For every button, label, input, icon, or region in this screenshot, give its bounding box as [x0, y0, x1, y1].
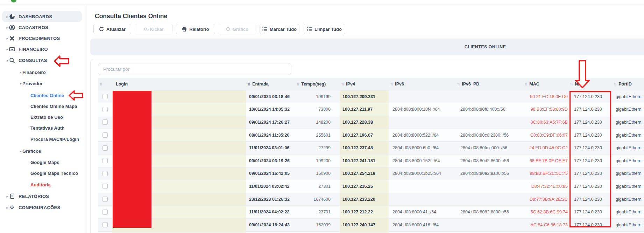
list-icon — [307, 27, 312, 32]
cell-portid: gigabitEthern — [612, 103, 644, 116]
column-header-entrada[interactable]: ⇅Entrada — [246, 82, 295, 87]
sidebar-item-configuracoes[interactable]: ▸⚙CONFIGURAÇÕES — [0, 202, 92, 213]
sidebar-item-cadastros[interactable]: ▸CADASTROS — [0, 22, 92, 33]
sidebar-item-label: DASHBOARDS — [19, 14, 52, 19]
row-checkbox[interactable] — [102, 222, 108, 227]
sidebar-item-label: Provedor — [22, 81, 43, 86]
row-checkbox[interactable] — [102, 107, 108, 112]
limpar-tudo-button[interactable]: Limpar Tudo — [304, 24, 345, 34]
marcar-tudo-button[interactable]: Marcar Tudo — [260, 24, 299, 34]
cell-tempo: 148200 — [295, 116, 340, 129]
sidebar-item-consultas[interactable]: ▾CONSULTAS — [0, 55, 92, 66]
cell-ipv6_pd — [455, 180, 523, 193]
cell-mac: AC:84:C6:86:18:73 — [523, 219, 568, 231]
cell-ipv4: 100.127.241.181 — [340, 155, 389, 167]
row-checkbox[interactable] — [102, 94, 108, 99]
column-header-mac[interactable]: ⇅MAC — [523, 82, 568, 87]
cell-entrada: 09/01/2024 03:18:46 — [246, 90, 295, 103]
row-select-cell — [98, 116, 112, 129]
row-checkbox[interactable] — [102, 145, 108, 151]
arrow-nas-column-icon — [574, 60, 591, 89]
sidebar-item-consultas-financeiro[interactable]: ▸Financeiro — [0, 67, 105, 78]
row-select-cell — [98, 167, 112, 180]
grafico-button: Gráfico — [218, 24, 256, 34]
button-label: Atualizar — [106, 27, 126, 32]
cell-mac: 24:FD:0D:45:9C:C2 — [523, 142, 568, 154]
table-row: 09/01/2024 03:19:26199200100.127.241.181… — [98, 155, 644, 167]
cell-ipv4: 100.127.233.220 — [340, 193, 389, 206]
sidebar-item-relatorios[interactable]: ▸RELATÓRIOS — [0, 191, 92, 202]
sort-icon[interactable]: ⇅ — [457, 82, 460, 87]
sidebar-item-financeiro[interactable]: ▸FINANCEIRO — [0, 43, 92, 55]
cell-ipv6 — [389, 90, 455, 103]
row-checkbox[interactable] — [102, 158, 108, 163]
caret-down-icon: ▾ — [6, 59, 9, 62]
arrow-consultas-icon — [54, 55, 70, 68]
cell-tempo: 199199 — [295, 90, 340, 103]
app-window: ▸DASHBOARDS▸CADASTROS▸PROCEDIMENTOS▸FINA… — [0, 0, 644, 233]
table-row: 10/01/2024 14:05:3273800100.127.211.9728… — [98, 103, 644, 116]
sidebar-item-dashboards[interactable]: ▸DASHBOARDS — [0, 11, 92, 22]
relatorio-button[interactable]: Relatório — [176, 24, 215, 34]
cell-entrada: 11/01/2024 04:02:22 — [246, 206, 295, 218]
section-header-label: CLIENTES ONLINE — [465, 44, 506, 49]
sidebar-item-provedor[interactable]: ▾Provedor — [0, 78, 105, 89]
sort-icon[interactable]: ⇅ — [341, 82, 344, 87]
sort-icon[interactable]: ⇅ — [570, 82, 573, 87]
cell-mac: D8:47:32:4E:00:85 — [523, 180, 568, 193]
cell-mac — [523, 232, 568, 233]
gear-icon: ⚙ — [10, 205, 14, 210]
table-row: 11/01/2024 04:02:2223701100.127.212.2228… — [98, 206, 644, 219]
row-select-cell — [98, 155, 112, 167]
row-select-cell — [98, 103, 112, 116]
cell-ipv4: 100.127.240.147 — [340, 219, 389, 231]
cell-ipv4: 100.127.254.219 — [340, 167, 389, 180]
column-header-label: IPv6 — [395, 82, 404, 87]
cell-ipv6: 2804:d08:8000:416::/64 — [389, 219, 455, 231]
column-header-label: Entrada — [252, 82, 269, 87]
atualizar-button[interactable]: Atualizar — [93, 24, 131, 34]
sort-icon[interactable]: ⇅ — [99, 82, 102, 87]
sort-icon[interactable]: ⇅ — [524, 82, 528, 87]
caret-right-icon: ▸ — [6, 206, 9, 210]
cell-nas — [568, 232, 612, 233]
sort-icon[interactable]: ⇅ — [390, 82, 393, 87]
cell-tempo: 255601 — [295, 129, 340, 142]
circle-icon — [226, 27, 230, 31]
cell-ipv4: 100.127.237.48 — [340, 142, 389, 154]
row-checkbox[interactable] — [102, 171, 108, 176]
sidebar-item-label: Auditoria — [30, 182, 51, 187]
cell-mac: 50:21:EC:18:0E:D0 — [523, 90, 568, 103]
sidebar-item-label: Tentativas Auth — [30, 125, 65, 131]
row-checkbox[interactable] — [102, 119, 108, 125]
cell-ipv6: 2804:d08:8000:1b25::/64 — [389, 167, 455, 180]
gears-icon: ⚙⚙ — [144, 27, 148, 31]
sort-icon[interactable]: ⇅ — [296, 82, 299, 87]
nas-column-highlight-box — [569, 91, 611, 227]
search-input[interactable] — [98, 63, 291, 75]
column-header-ipv4[interactable]: ⇅IPv4 — [340, 82, 389, 87]
column-header-ipv6_pd[interactable]: ⇅IPv6_PD — [455, 82, 523, 87]
column-header-ipv6[interactable]: ⇅IPv6 — [389, 82, 455, 87]
row-checkbox[interactable] — [102, 184, 108, 189]
column-header-select[interactable]: ⇅ — [98, 82, 112, 87]
row-checkbox[interactable] — [102, 197, 108, 202]
sidebar-item-label: Google Maps — [30, 160, 59, 165]
sort-icon[interactable]: ⇅ — [247, 82, 250, 87]
column-header-login[interactable]: Login — [112, 82, 246, 87]
table-row: 09/01/2024 16:42:05150900100.127.254.219… — [98, 167, 644, 180]
row-checkbox[interactable] — [102, 210, 108, 215]
sort-icon[interactable]: ⇅ — [614, 82, 617, 87]
sidebar-item-graficos[interactable]: ▸Gráficos — [0, 145, 105, 157]
row-checkbox[interactable] — [102, 132, 108, 138]
caret-right-icon: ▸ — [19, 149, 22, 153]
row-select-cell — [98, 129, 112, 142]
cell-ipv6 — [389, 180, 455, 193]
magnifier-icon — [9, 57, 15, 63]
cell-ipv6: 2804:d08:8000:41::/64 — [389, 206, 455, 218]
kickar-button: ⚙⚙Kickar — [135, 24, 173, 34]
sidebar-item-label: Extrato de Uso — [30, 115, 63, 120]
sidebar-item-procedimentos[interactable]: ▸PROCEDIMENTOS — [0, 33, 92, 44]
column-header-tempo[interactable]: ⇅Tempo(seg) — [295, 82, 340, 87]
column-header-portid[interactable]: ⇅PortID — [612, 82, 644, 87]
